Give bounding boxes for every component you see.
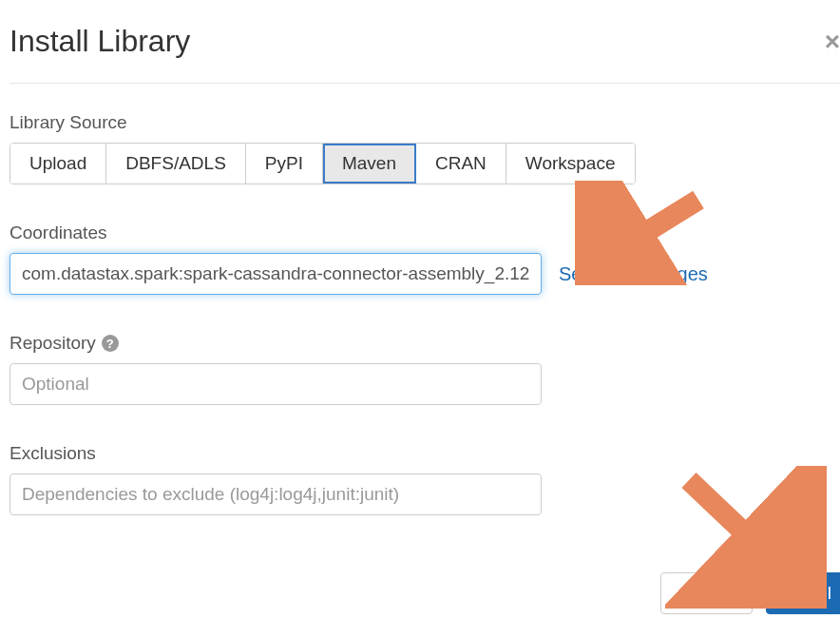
coordinates-label: Coordinates <box>10 222 840 243</box>
install-button[interactable]: Install <box>766 572 840 614</box>
exclusions-section: Exclusions <box>10 443 840 515</box>
install-library-modal: Install Library × Library Source Upload … <box>10 10 840 633</box>
modal-footer: Cancel Install <box>10 553 840 633</box>
close-icon: × <box>825 27 840 56</box>
library-source-section: Library Source Upload DBFS/ADLS PyPI Mav… <box>10 112 840 184</box>
exclusions-input[interactable] <box>10 474 542 515</box>
exclusions-label: Exclusions <box>10 443 840 464</box>
repository-input[interactable] <box>10 363 542 405</box>
search-packages-link[interactable]: Search Packages <box>559 263 708 285</box>
repository-label: Repository ? <box>10 333 840 354</box>
coordinates-row: Search Packages <box>10 253 840 295</box>
tab-dbfs-adls[interactable]: DBFS/ADLS <box>106 144 246 184</box>
tab-pypi[interactable]: PyPI <box>246 144 323 184</box>
help-icon[interactable]: ? <box>102 335 119 352</box>
tab-cran[interactable]: CRAN <box>416 144 506 184</box>
tab-upload[interactable]: Upload <box>10 144 106 184</box>
library-source-tabs: Upload DBFS/ADLS PyPI Maven CRAN Workspa… <box>10 143 636 184</box>
close-button[interactable]: × <box>815 29 840 55</box>
tab-workspace[interactable]: Workspace <box>506 144 635 184</box>
coordinates-input[interactable] <box>10 253 542 295</box>
tab-maven[interactable]: Maven <box>323 144 416 184</box>
repository-section: Repository ? <box>10 333 840 405</box>
cancel-button[interactable]: Cancel <box>660 572 753 614</box>
modal-header: Install Library × <box>10 10 840 84</box>
repository-label-text: Repository <box>10 333 96 354</box>
library-source-label: Library Source <box>10 112 840 133</box>
coordinates-section: Coordinates Search Packages <box>10 222 840 295</box>
modal-title: Install Library <box>10 24 190 59</box>
modal-body: Library Source Upload DBFS/ADLS PyPI Mav… <box>10 84 840 515</box>
